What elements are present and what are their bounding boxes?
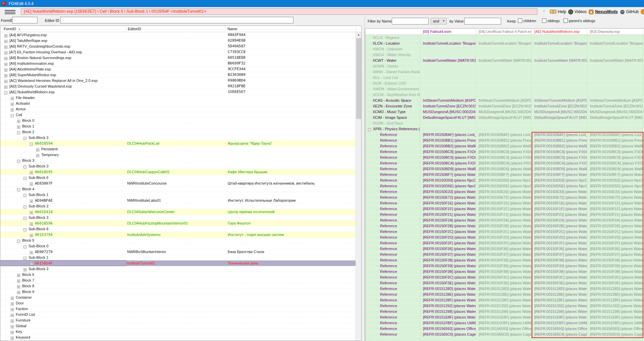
grid-cell[interactable] (420, 63, 476, 69)
expand-icon[interactable]: + (11, 320, 14, 323)
grid-cell[interactable] (420, 46, 476, 52)
expand-icon[interactable]: + (11, 297, 14, 300)
keep-checkbox-siblings[interactable]: siblings (542, 18, 560, 23)
grid-cell[interactable] (420, 126, 476, 132)
grid-cell[interactable]: [REFR:00150F38] (places Water10... (476, 257, 532, 263)
grid-cell[interactable]: [REFR:00150F1E] (places Water10... (587, 200, 643, 206)
expand-icon[interactable]: + (30, 183, 33, 186)
tree-row[interactable]: -Sub-Block 1 (0, 192, 356, 198)
grid-row[interactable]: ···XEZN - Encounter ZoneInstituteTunnelZ… (365, 103, 644, 109)
formid-input[interactable] (12, 17, 38, 23)
grid-row[interactable]: ···Reference[REFR:00150F1F] (places Wate… (365, 206, 644, 212)
grid-cell[interactable] (420, 35, 476, 40)
grid-row[interactable]: ···Reference[REFR:00150BB2] (places Wall… (365, 143, 644, 149)
tree-row[interactable]: +Activator (0, 101, 356, 106)
grid-cell[interactable]: [REFR:00156593] (places OfficeD... (420, 326, 476, 331)
grid-row[interactable]: ···XGDR - God Rays (365, 120, 644, 126)
tree-row[interactable]: +[AD] Deviously Cursed Wasteland.esp0921… (0, 84, 356, 89)
expand-icon[interactable]: + (11, 314, 14, 317)
tree-row[interactable]: +Sub-Block 3 (0, 266, 356, 272)
grid-cell[interactable]: [REFR:00150F2A] (places Water10... (532, 217, 587, 223)
grid-row[interactable]: ···Reference[REFR:00150F3B] (places Wate… (365, 269, 644, 275)
tree-row[interactable]: -Cell (0, 112, 356, 118)
grid-cell[interactable]: [REFR:00150BB2] (places WallEm... (587, 143, 643, 149)
expand-icon[interactable]: + (4, 86, 7, 89)
grid-cell[interactable] (532, 75, 587, 80)
grid-cell[interactable]: MUSDungeonA [MUSC:0002D4C2] (587, 109, 643, 114)
grid-cell[interactable] (587, 46, 643, 52)
grid-cell[interactable]: [REFR:00151FBF] (places UtilMet... (587, 320, 643, 326)
grid-cell[interactable]: [REFR:00150F38] (places Water10... (420, 257, 476, 263)
grid-cell[interactable]: [REFR:0015128D] (places Water10... (420, 286, 476, 291)
grid-cell[interactable]: [REFR:00151292] (places Water10... (532, 303, 587, 308)
grid-row-label[interactable]: ···Reference (365, 246, 420, 251)
grid-row[interactable]: ···Reference[REFR:00150BCA] (places FXDr… (365, 160, 644, 166)
grid-row-label[interactable]: ···Reference (365, 297, 420, 303)
grid-cell[interactable]: [REFR:0015128E] (places Water10... (587, 292, 643, 297)
scroll-up-icon[interactable]: ▲ (356, 32, 361, 38)
expand-icon[interactable]: + (4, 46, 7, 49)
grid-cell[interactable]: [REFR:00150F2B] (places Water10... (587, 223, 643, 229)
tree-row[interactable]: +Furniture (0, 318, 356, 323)
expand-icon[interactable]: + (4, 63, 7, 66)
grid-cell[interactable] (420, 86, 476, 92)
grid-column-header[interactable]: [B3] Depravity.esp (587, 29, 643, 35)
grid-row[interactable]: ···Reference[REFR:00150D5E] (places NpcC… (365, 183, 644, 189)
grid-cell[interactable]: InstituteTunnelWater [WATR:001... (420, 58, 476, 63)
tree-row[interactable]: +AE007279NWRBoSBunkerInteriorБаза Братст… (0, 249, 356, 255)
grid-cell[interactable]: [REFR:00151E8F] (places Water10... (587, 314, 643, 320)
tree-row[interactable]: -Block 4 (0, 186, 356, 192)
grid-cell[interactable]: [REFR:00150F1F] (places Water10... (420, 206, 476, 211)
grid-row-label[interactable]: ···Reference (365, 320, 420, 326)
grid-cell[interactable] (476, 52, 532, 57)
grid-cell[interactable]: [REFR:00150F2F] (places Water10... (532, 240, 587, 246)
grid-cell[interactable]: [REFR:00150F2C] (places Water10... (476, 229, 532, 234)
tree-row[interactable]: -Sub-Block 1 (0, 255, 356, 260)
grid-cell[interactable]: [REFR:00150D5E] (places NpcCha... (476, 183, 532, 189)
grid-cell[interactable]: [REFR:00151298] (places Water10... (476, 309, 532, 314)
grid-row-label[interactable]: ···Reference (365, 332, 420, 337)
grid-cell[interactable]: [REFR:00150F36] (places Water10... (532, 246, 587, 251)
grid-cell[interactable]: [REFR:00150BD9] (places WallEm... (532, 166, 587, 172)
expand-icon[interactable]: + (11, 103, 14, 106)
grid-row-label[interactable]: ···Reference (365, 286, 420, 291)
expand-icon[interactable]: + (11, 308, 14, 311)
grid-cell[interactable]: [REFR:00150F3C] (places Water10... (476, 275, 532, 280)
grid-row-label[interactable]: ···Reference (365, 303, 420, 308)
grid-cell[interactable]: [REFR:00150BD9] (places WallEm... (476, 166, 532, 172)
grid-row[interactable]: ···Reference[REFR:00156593] (places Offi… (365, 326, 644, 332)
tree-row[interactable]: +Armor (0, 106, 356, 112)
grid-row-label[interactable]: ···XWCN - Unknown (365, 46, 420, 52)
grid-row-label[interactable]: ···Reference (365, 217, 420, 223)
grid-cell[interactable] (587, 92, 643, 97)
grid-cell[interactable]: [REFR:00156593] (places OfficeD... (587, 326, 643, 331)
grid-cell[interactable]: IntSteamTunnelsMedium [ASPC:... (476, 98, 532, 103)
grid-column-header[interactable]: [AE] NukaWorldReborn.esp (532, 29, 587, 35)
grid-cell[interactable]: [REFR:00151298] (places Water10... (532, 309, 587, 314)
checkbox-icon[interactable] (564, 18, 568, 23)
grid-row[interactable]: ···Reference[REFR:00151298] (places Wate… (365, 309, 644, 314)
grid-cell[interactable]: [REFR:00150F37] (places Water10... (587, 252, 643, 257)
grid-cell[interactable] (587, 35, 643, 40)
grid-cell[interactable] (587, 69, 643, 75)
grid-row-label[interactable]: ···Reference (365, 252, 420, 257)
grid-cell[interactable]: [REFR:00156593] (places OfficeD... (476, 326, 532, 331)
grid-row[interactable]: ···Reference[REFR:00150E33] (places Wate… (365, 189, 644, 195)
grid-cell[interactable] (420, 337, 476, 341)
grid-cell[interactable]: [REFR:00150E33] (places Water10... (420, 189, 476, 194)
grid-cell[interactable]: [REFR:00150F2F] (places Water10... (587, 240, 643, 246)
grid-cell[interactable]: [REFR:00150F3E] (places Water10... (476, 280, 532, 286)
grid-row[interactable]: ···Reference[REFR:0015128E] (places Wate… (365, 292, 644, 297)
grid-cell[interactable]: [REFR:00150BAF] (places Loot_Pr... (420, 132, 476, 137)
grid-cell[interactable]: [REFR:00150F2D] (places Water10... (587, 235, 643, 240)
grid-row[interactable]: ···XWCU - Water Velocity (365, 52, 644, 58)
grid-row-label[interactable]: ···Reference (365, 200, 420, 206)
grid-row[interactable]: ···XOWN - Owner (365, 63, 644, 69)
grid-row[interactable]: ··· (365, 337, 644, 341)
grid-cell[interactable]: [REFR:001565C6] (places CageBu... (476, 332, 532, 337)
grid-row[interactable]: ···XILL - Lock List (365, 75, 644, 81)
grid-cell[interactable]: [REFR:0015128E] (places Water10... (420, 292, 476, 297)
tree-row[interactable]: +[A5] TatsAfterRape.esp02894E08 (0, 38, 356, 44)
grid-row-label[interactable]: ···XRNK - Owner Faction Rank (365, 69, 420, 75)
grid-cell[interactable] (420, 75, 476, 80)
